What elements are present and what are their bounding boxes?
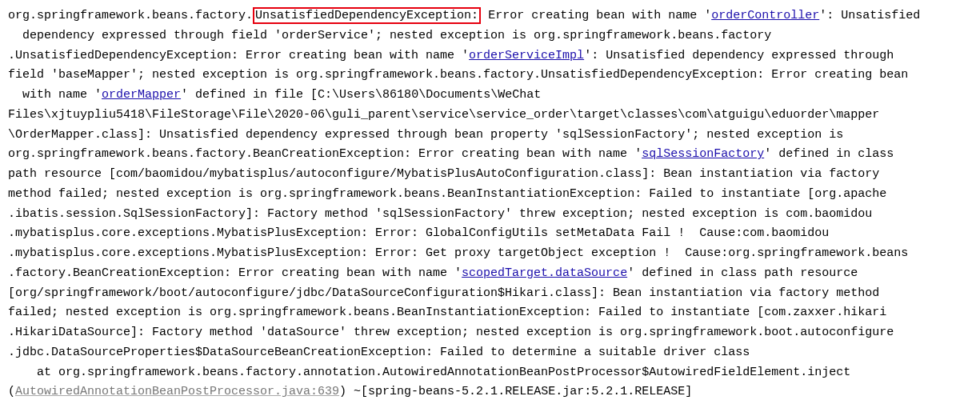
- bean-link-sqlsessionfactory[interactable]: sqlSessionFactory: [642, 147, 764, 161]
- exception-class-highlight: UnsatisfiedDependencyException:: [253, 7, 481, 24]
- bean-link-ordermapper[interactable]: orderMapper: [102, 88, 181, 102]
- bean-link-ordercontroller[interactable]: orderController: [711, 9, 819, 22]
- source-link[interactable]: AutowiredAnnotationBeanPostProcessor.jav…: [15, 385, 339, 398]
- bean-link-scopedtarget-datasource[interactable]: scopedTarget.dataSource: [462, 266, 627, 280]
- bean-link-orderserviceimpl[interactable]: orderServiceImpl: [469, 49, 584, 62]
- stacktrace-log: org.springframework.beans.factory.Unsati…: [0, 0, 980, 400]
